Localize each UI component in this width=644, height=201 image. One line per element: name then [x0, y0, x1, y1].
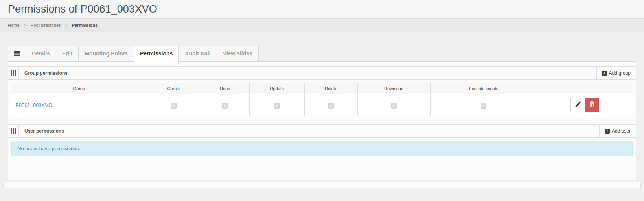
group-permissions-table-wrap: Group Create Read Update Delete Download… — [8, 80, 636, 119]
plus-icon: + — [605, 129, 610, 134]
group-permissions-header: Group permissions + Add group — [8, 66, 636, 80]
tab-menu[interactable] — [8, 46, 26, 61]
user-permissions-title: User permissions — [19, 125, 64, 137]
plus-icon: + — [602, 71, 607, 76]
page-title: Permissions of P0061_003XVO — [8, 3, 636, 15]
col-header-delete: Delete — [305, 83, 357, 94]
col-header-group: Group — [11, 83, 147, 94]
breadcrumb-separator: › — [24, 22, 26, 28]
tab-mounting-points[interactable]: Mounting Points — [79, 46, 134, 62]
tab-permissions[interactable]: Permissions — [134, 46, 179, 65]
table-header-row: Group Create Read Update Delete Download… — [11, 83, 633, 94]
breadcrumb-home[interactable]: Home — [8, 23, 19, 28]
col-header-update: Update — [249, 83, 305, 94]
tab-view-slides[interactable]: View slides — [217, 46, 259, 62]
header-spacer — [64, 125, 599, 137]
trash-icon — [589, 101, 594, 109]
add-group-button[interactable]: + Add group — [596, 67, 636, 79]
breadcrumb-separator: › — [66, 22, 67, 28]
tab-edit[interactable]: Edit — [56, 46, 79, 62]
tab-audit-trail[interactable]: Audit trail — [179, 46, 217, 62]
col-header-execute-scripts: Execute scripts — [430, 83, 537, 94]
edit-button[interactable] — [570, 98, 585, 112]
add-user-label: Add user — [612, 128, 631, 134]
content-area: Details Edit Mounting Points Permissions… — [0, 32, 644, 180]
group-permissions-panel: Group permissions + Add group Group — [8, 66, 636, 119]
group-permissions-title: Group permissions — [19, 67, 68, 79]
permissions-tab-content: Group permissions + Add group Group — [8, 61, 636, 180]
pencil-icon — [575, 101, 581, 109]
user-permissions-header: User permissions + Add user — [8, 124, 636, 138]
breadcrumb-current: Permissions — [72, 23, 98, 28]
col-header-download: Download — [357, 83, 430, 94]
footer-bar — [3, 182, 641, 188]
checkbox-read — [222, 103, 228, 109]
tab-bar: Details Edit Mounting Points Permissions… — [8, 46, 636, 62]
checkbox-delete — [328, 103, 334, 109]
grid-icon — [8, 125, 19, 137]
checkbox-download — [391, 103, 397, 109]
delete-button[interactable] — [585, 98, 599, 112]
page-header: Permissions of P0061_003XVO — [0, 0, 644, 18]
breadcrumb-root-directories[interactable]: Root directories — [30, 23, 61, 28]
add-group-label: Add group — [609, 70, 631, 76]
checkbox-create — [171, 103, 177, 109]
grid-icon — [8, 67, 19, 79]
group-link[interactable]: P0061_003XVO — [15, 102, 52, 108]
checkbox-execute-scripts — [481, 103, 486, 109]
row-actions — [570, 98, 599, 112]
col-header-read: Read — [201, 83, 249, 94]
no-users-alert: No users have permissions. — [11, 141, 633, 156]
checkbox-update — [274, 103, 280, 109]
add-user-button[interactable]: + Add user — [599, 125, 636, 137]
col-header-actions — [537, 83, 633, 94]
table-row: P0061_003XVO — [11, 94, 633, 116]
breadcrumb: Home › Root directories › Permissions — [0, 18, 644, 32]
tab-details[interactable]: Details — [26, 46, 56, 62]
header-spacer — [68, 67, 596, 79]
group-permissions-table: Group Create Read Update Delete Download… — [11, 83, 633, 116]
col-header-create: Create — [147, 83, 201, 94]
hamburger-icon — [14, 51, 20, 57]
user-permissions-panel: User permissions + Add user No users hav… — [8, 124, 636, 156]
